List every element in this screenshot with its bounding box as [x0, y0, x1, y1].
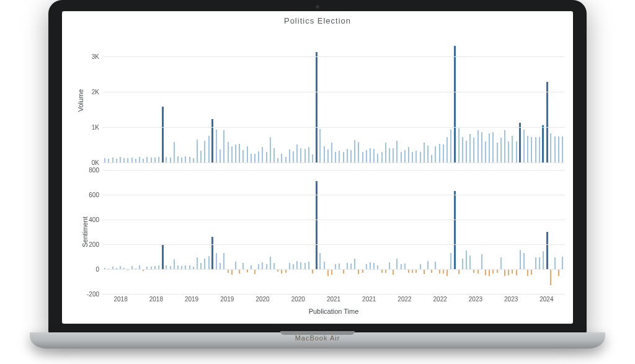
y-tick-label: 200 [89, 241, 99, 248]
volume-bar [316, 52, 318, 162]
sentiment-bar [289, 263, 290, 269]
volume-bar [251, 154, 252, 162]
volume-bar [270, 137, 271, 162]
volume-bar [123, 158, 125, 162]
sentiment-bar [254, 269, 255, 274]
x-tick-label: 2018 [113, 296, 127, 303]
gridline [103, 220, 564, 220]
volume-bar [454, 46, 456, 162]
volume-bar [120, 157, 121, 162]
sentiment-bar [512, 269, 513, 273]
screen-bezel: Politics Election Volume 0K1K2K3K Sentim… [48, 0, 587, 335]
volume-bar [239, 144, 240, 162]
volume-ylabel: Volume [77, 89, 84, 112]
volume-bar [104, 158, 105, 162]
sentiment-bar [535, 257, 536, 269]
sentiment-bar [466, 251, 467, 269]
volume-bar [516, 141, 517, 162]
volume-bar [304, 149, 306, 162]
laptop-frame: Politics Election Volume 0K1K2K3K Sentim… [48, 0, 587, 347]
volume-bar [262, 147, 263, 162]
sentiment-bar [347, 263, 348, 269]
sentiment-bar [508, 269, 509, 275]
gridline [103, 170, 564, 171]
camera-icon [316, 5, 319, 9]
volume-bar [523, 130, 525, 162]
y-tick-label: 0K [92, 159, 99, 166]
volume-bar [277, 158, 278, 162]
sentiment-bar [343, 269, 344, 273]
sentiment-bar [443, 269, 444, 273]
volume-bar [211, 119, 213, 162]
sentiment-bar [462, 259, 463, 269]
volume-bar [446, 137, 448, 162]
volume-bar [469, 134, 471, 162]
volume-bar [539, 137, 540, 162]
volume-bar [231, 146, 233, 162]
volume-bar [558, 136, 559, 162]
volume-bar [331, 143, 332, 162]
sentiment-bar [335, 264, 336, 269]
sentiment-bar [331, 269, 332, 275]
volume-bar [127, 158, 128, 162]
volume-bar [154, 158, 156, 162]
sentiment-bar [389, 262, 390, 269]
volume-bar [562, 136, 563, 162]
sentiment-bar [492, 269, 494, 273]
sentiment-bar [554, 257, 556, 269]
sentiment-bar [281, 269, 282, 273]
gridline [103, 269, 564, 270]
sentiment-bar [489, 269, 490, 276]
volume-bar [527, 136, 528, 162]
x-tick-label: 2024 [540, 296, 553, 303]
sentiment-bar [500, 257, 502, 269]
sentiment-bar [454, 191, 456, 269]
volume-bar [427, 146, 429, 162]
sentiment-bar [523, 253, 525, 269]
sentiment-bar [393, 269, 394, 275]
volume-bar [362, 152, 363, 162]
volume-bar [189, 157, 190, 162]
x-tick-label: 2023 [504, 296, 518, 303]
sentiment-bar [266, 264, 267, 269]
volume-bar [347, 149, 348, 162]
volume-bar [450, 130, 451, 162]
volume-bar [308, 147, 309, 162]
volume-bar [542, 125, 544, 162]
volume-bar [358, 142, 359, 162]
screen: Politics Election Volume 0K1K2K3K Sentim… [62, 11, 573, 324]
volume-bar [193, 158, 194, 162]
sentiment-bar [435, 262, 436, 269]
x-tick-label: 2020 [255, 296, 269, 303]
y-tick-label: 1K [92, 123, 99, 130]
sentiment-bar [396, 259, 397, 269]
volume-bars [103, 38, 564, 162]
sentiment-plot: Sentiment Publication Time -200020040060… [103, 170, 564, 294]
volume-bar [200, 151, 202, 162]
volume-bar [197, 140, 198, 162]
laptop-brand-label: MacBook Air [30, 334, 605, 342]
sentiment-bar [404, 264, 406, 269]
volume-bar [435, 146, 436, 162]
sentiment-bar [401, 264, 402, 269]
volume-bar [162, 107, 164, 162]
x-tick-label: 2020 [291, 296, 305, 303]
volume-bar [247, 146, 248, 162]
sentiment-bar [516, 269, 517, 275]
volume-bar [462, 137, 463, 162]
volume-bar [443, 144, 444, 162]
sentiment-bar [300, 262, 301, 269]
sentiment-bar [424, 269, 425, 274]
volume-bar [273, 148, 275, 162]
sentiment-bar [469, 255, 471, 269]
volume-bar [366, 150, 367, 162]
volume-bar [146, 157, 148, 162]
volume-bar [481, 132, 482, 162]
y-tick-label: 600 [89, 192, 99, 198]
volume-bar [177, 156, 179, 162]
gridline [103, 195, 564, 195]
sentiment-bar [200, 263, 202, 269]
volume-bar [281, 154, 282, 162]
volume-bar [296, 144, 298, 162]
sentiment-bar [273, 263, 275, 269]
